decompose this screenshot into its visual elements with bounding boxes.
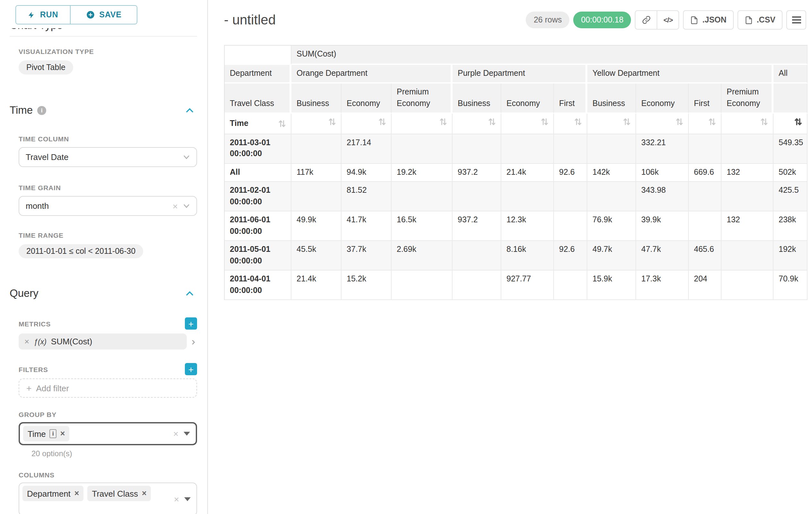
section-divider xyxy=(10,36,197,37)
add-metric-button[interactable]: + xyxy=(185,317,197,330)
selected-value-chip[interactable]: Timei× xyxy=(23,426,69,441)
data-cell xyxy=(722,182,774,211)
sort-header[interactable] xyxy=(774,114,808,134)
sort-header[interactable] xyxy=(554,114,587,134)
chart-header-actions: 26 rows 00:00:00.18 </> .JSON .CSV xyxy=(526,10,806,30)
sort-header[interactable] xyxy=(291,114,342,134)
query-section-header[interactable]: Query xyxy=(8,287,197,299)
sort-header[interactable] xyxy=(587,114,636,134)
time-column-select[interactable]: Travel Date xyxy=(19,147,197,167)
group-by-select[interactable]: Timei× × xyxy=(19,422,197,445)
selected-value-chip[interactable]: Department× xyxy=(23,486,83,501)
data-cell: 19.2k xyxy=(392,164,453,182)
sort-icon[interactable] xyxy=(623,117,630,126)
pivot-table: SUM(Cost)DepartmentOrange DepartmentPurp… xyxy=(224,45,808,300)
sort-header[interactable] xyxy=(636,114,689,134)
copy-link-button[interactable] xyxy=(635,10,658,30)
collapse-chevron-icon[interactable] xyxy=(185,291,194,296)
chevron-down-icon[interactable] xyxy=(183,204,190,208)
plus-circle-icon xyxy=(86,10,95,19)
time-section-header[interactable]: Time i xyxy=(8,104,197,116)
caret-down-icon[interactable] xyxy=(184,497,191,501)
time-grain-select[interactable]: month × xyxy=(19,196,197,216)
caret-down-icon[interactable] xyxy=(183,432,190,436)
data-cell xyxy=(453,134,501,164)
sort-icon[interactable] xyxy=(676,117,683,126)
remove-chip-icon[interactable]: × xyxy=(142,490,147,497)
col-header xyxy=(774,83,808,114)
col-group-header: All xyxy=(774,64,808,83)
download-json-button[interactable]: .JSON xyxy=(683,10,734,30)
data-cell: 204 xyxy=(689,270,722,300)
visualization-type-label: VISUALIZATION TYPE xyxy=(19,48,197,55)
data-cell xyxy=(453,182,501,211)
control-panel-scroll[interactable]: Chart Type VISUALIZATION TYPE Pivot Tabl… xyxy=(0,19,207,514)
pivot-table-head: SUM(Cost)DepartmentOrange DepartmentPurp… xyxy=(225,46,808,134)
time-range-pill[interactable]: 2011-01-01 ≤ col < 2011-06-30 xyxy=(19,244,143,258)
sort-icon[interactable] xyxy=(489,117,496,126)
embed-code-button[interactable]: </> xyxy=(657,10,679,30)
query-timer-badge: 00:00:00.18 xyxy=(574,11,631,28)
data-cell xyxy=(291,182,342,211)
data-cell xyxy=(722,270,774,300)
download-csv-button[interactable]: .CSV xyxy=(737,10,782,30)
data-cell: 92.6 xyxy=(554,241,587,270)
add-filter-button[interactable]: + Add filter xyxy=(19,378,197,398)
sort-icon[interactable] xyxy=(575,117,582,126)
row-header-cell: 2011-05-01 00:00:00 xyxy=(225,241,291,270)
table-row: All117k94.9k19.2k937.221.4k92.6142k106k6… xyxy=(225,164,808,182)
col-header: Economy xyxy=(501,83,554,114)
visualization-type-pill[interactable]: Pivot Table xyxy=(19,60,73,75)
data-cell: 937.2 xyxy=(453,211,501,241)
sort-header[interactable] xyxy=(689,114,722,134)
data-cell xyxy=(689,182,722,211)
save-button[interactable]: SAVE xyxy=(70,6,137,24)
sort-icon[interactable] xyxy=(709,117,716,126)
info-icon: i xyxy=(37,106,46,115)
clear-icon[interactable]: × xyxy=(173,429,178,438)
selected-value-chip[interactable]: Travel Class× xyxy=(87,486,151,501)
data-cell: 94.9k xyxy=(342,164,392,182)
metric-chip[interactable]: × ƒ(x) SUM(Cost) xyxy=(19,333,187,350)
data-cell xyxy=(554,134,587,164)
data-cell: 49.7k xyxy=(587,241,636,270)
col-group-header: Orange Department xyxy=(291,64,453,83)
sort-icon[interactable] xyxy=(329,117,336,126)
data-cell: 15.9k xyxy=(587,270,636,300)
time-section-title: Time xyxy=(10,104,33,116)
row-dimension-sort-header[interactable]: Time xyxy=(225,114,291,134)
collapse-chevron-icon[interactable] xyxy=(185,108,194,113)
sort-icon[interactable] xyxy=(440,117,447,126)
remove-chip-icon[interactable]: × xyxy=(75,490,79,497)
more-menu-button[interactable] xyxy=(786,10,806,30)
remove-chip-icon[interactable]: × xyxy=(60,430,65,438)
col-header: Business xyxy=(453,83,501,114)
sort-header[interactable] xyxy=(392,114,453,134)
data-cell: 132 xyxy=(722,211,774,241)
chip-label: Time xyxy=(28,429,46,438)
remove-metric-icon[interactable]: × xyxy=(24,337,29,346)
run-button[interactable]: RUN xyxy=(16,6,70,24)
sort-header[interactable] xyxy=(453,114,501,134)
sort-icon[interactable] xyxy=(379,117,386,126)
chevron-down-icon[interactable] xyxy=(183,155,190,159)
sort-icon[interactable] xyxy=(279,119,286,128)
sort-header[interactable] xyxy=(722,114,774,134)
col-dimension-label: Department xyxy=(225,64,291,83)
columns-select[interactable]: Department×Travel Class× × xyxy=(19,483,197,514)
add-filter-plus-button[interactable]: + xyxy=(185,363,197,375)
sort-header[interactable] xyxy=(342,114,392,134)
sort-header[interactable] xyxy=(501,114,554,134)
sort-icon[interactable] xyxy=(761,117,768,126)
data-cell: 669.6 xyxy=(689,164,722,182)
clear-icon[interactable]: × xyxy=(174,495,179,504)
chart-title[interactable]: - untitled xyxy=(224,10,276,30)
row-header-cell: 2011-02-01 00:00:00 xyxy=(225,182,291,211)
data-cell xyxy=(392,134,453,164)
sort-icon[interactable] xyxy=(795,117,802,126)
clear-icon[interactable]: × xyxy=(173,201,178,210)
data-cell xyxy=(689,211,722,241)
expand-metric-icon[interactable]: › xyxy=(190,336,197,347)
data-cell xyxy=(291,134,342,164)
sort-icon[interactable] xyxy=(541,117,548,126)
